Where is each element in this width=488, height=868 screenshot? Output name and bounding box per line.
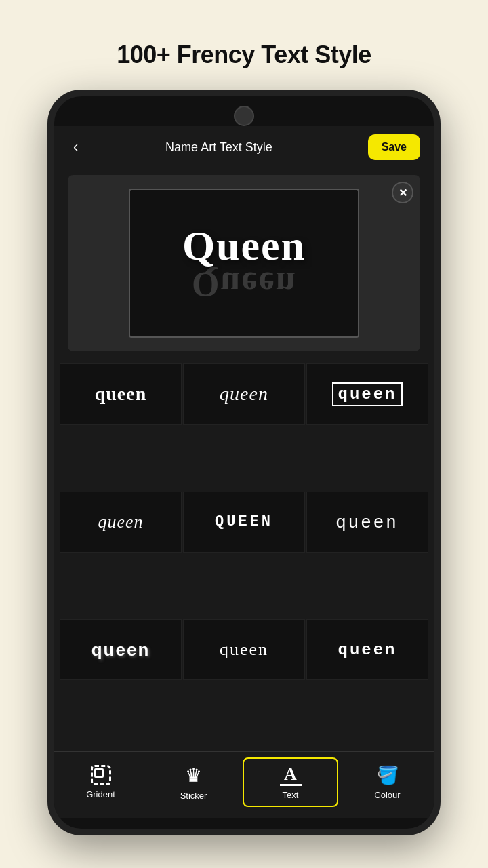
side-button bbox=[434, 446, 441, 479]
style-cell-5[interactable]: QUEEN bbox=[183, 492, 305, 553]
style-cell-8[interactable]: queen bbox=[183, 619, 305, 680]
canvas-area: Queen Queen ✕ bbox=[68, 175, 420, 351]
nav-label-sticker: Sticker bbox=[180, 791, 207, 801]
screen-title: Name Art Text Style bbox=[70, 140, 367, 155]
bottom-nav: Grident ♛ Sticker A Text 🪣 Colour bbox=[54, 751, 434, 818]
nav-label-colour: Colour bbox=[374, 790, 400, 800]
style-text-8: queen bbox=[220, 639, 268, 660]
paint-bucket-icon: 🪣 bbox=[377, 765, 399, 786]
style-cell-1[interactable]: queen bbox=[60, 363, 182, 425]
style-text-5: QUEEN bbox=[215, 513, 273, 530]
style-cell-2[interactable]: queen bbox=[183, 363, 305, 425]
phone-frame: ‹ Name Art Text Style Save Queen Queen ✕… bbox=[47, 90, 441, 835]
nav-item-colour[interactable]: 🪣 Colour bbox=[341, 757, 434, 807]
nav-label-text: Text bbox=[283, 790, 299, 800]
style-text-4: queen bbox=[98, 512, 143, 532]
style-text-1: queen bbox=[95, 383, 147, 405]
style-text-2: queen bbox=[220, 383, 268, 405]
nav-label-grident: Grident bbox=[86, 789, 115, 800]
style-cell-6[interactable]: queen bbox=[306, 492, 428, 553]
style-cell-7[interactable]: queen bbox=[60, 619, 182, 680]
crown-icon: ♛ bbox=[185, 764, 202, 787]
save-button[interactable]: Save bbox=[368, 134, 420, 160]
style-text-9: queen bbox=[338, 641, 396, 659]
nav-item-sticker[interactable]: ♛ Sticker bbox=[147, 757, 240, 807]
app-header: ‹ Name Art Text Style Save bbox=[54, 126, 434, 168]
app-screen: ‹ Name Art Text Style Save Queen Queen ✕… bbox=[54, 126, 434, 818]
canvas-main-text: Queen bbox=[182, 222, 306, 270]
grident-icon bbox=[91, 765, 111, 785]
camera-notch bbox=[234, 106, 254, 126]
text-a-icon: A bbox=[280, 764, 302, 786]
canvas-reflection-text: Queen bbox=[192, 264, 296, 304]
phone-notch bbox=[54, 96, 434, 126]
style-cell-9[interactable]: queen bbox=[306, 619, 428, 680]
nav-item-text[interactable]: A Text bbox=[243, 757, 338, 807]
page-headline: 100+ Frency Text Style bbox=[117, 41, 371, 69]
style-cell-4[interactable]: queen bbox=[60, 492, 182, 553]
style-text-3: queen bbox=[332, 382, 402, 406]
text-canvas[interactable]: Queen Queen bbox=[129, 189, 359, 338]
canvas-close-button[interactable]: ✕ bbox=[392, 182, 413, 203]
nav-item-grident[interactable]: Grident bbox=[54, 757, 147, 807]
style-grid: queen queen queen queen QUEEN queen quee… bbox=[60, 363, 428, 746]
style-text-6: queen bbox=[336, 511, 399, 532]
style-cell-3[interactable]: queen bbox=[306, 363, 428, 425]
style-text-7: queen bbox=[92, 639, 150, 660]
